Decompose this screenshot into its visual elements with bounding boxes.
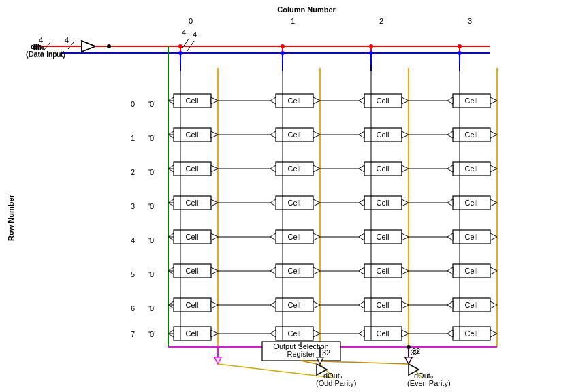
column-number-title: Column Number [277, 5, 336, 14]
svg-marker-102 [490, 199, 497, 206]
num32-label-1: 32 [322, 348, 330, 357]
svg-marker-124 [270, 267, 276, 274]
cell-2-1: Cell [288, 165, 301, 173]
svg-marker-136 [447, 131, 453, 138]
cell-6-1: Cell [288, 301, 301, 309]
svg-marker-126 [270, 330, 276, 337]
cell-7-1: Cell [288, 329, 301, 338]
svg-marker-92 [402, 301, 409, 308]
row-0-label: 0 [131, 100, 135, 108]
cell-0-2: Cell [377, 97, 390, 105]
svg-marker-135 [447, 97, 453, 104]
val-4-0: '0' [148, 236, 155, 244]
cell-4-1: Cell [288, 233, 301, 241]
svg-marker-106 [490, 267, 497, 274]
svg-marker-140 [447, 267, 453, 274]
svg-marker-141 [447, 301, 453, 308]
svg-point-7 [369, 44, 373, 48]
col-0-label: 0 [189, 17, 193, 25]
odd-parity-label: (Odd Parity) [316, 379, 356, 387]
din-subtext: (Data Input) [26, 50, 65, 59]
cell-1-1: Cell [288, 131, 301, 139]
svg-marker-128 [359, 131, 364, 138]
cell-0-3: Cell [465, 97, 478, 105]
svg-marker-142 [447, 330, 453, 337]
svg-marker-58 [211, 267, 218, 274]
cell-2-2: Cell [377, 165, 390, 173]
cell-5-2: Cell [377, 267, 390, 275]
svg-marker-121 [270, 165, 276, 172]
cell-7-3: Cell [465, 329, 478, 338]
svg-marker-137 [447, 165, 453, 172]
row-5-label: 5 [131, 270, 135, 278]
svg-marker-50 [211, 131, 218, 138]
cell-1-3: Cell [465, 131, 478, 139]
row-6-label: 6 [131, 304, 135, 312]
svg-marker-78 [313, 330, 320, 337]
cell-1-0: Cell [186, 131, 199, 139]
svg-marker-133 [359, 301, 364, 308]
svg-marker-84 [402, 165, 409, 172]
val-6-0: '0' [148, 304, 155, 312]
svg-marker-74 [313, 267, 320, 274]
col-2-label: 2 [379, 17, 383, 25]
col-1-label: 1 [291, 17, 295, 25]
col-3-label: 3 [468, 17, 472, 25]
svg-marker-100 [490, 165, 497, 172]
row-7-label: 7 [131, 330, 135, 338]
cell-0-0: Cell [186, 97, 199, 105]
row-4-label: 4 [131, 236, 135, 244]
svg-marker-120 [270, 131, 276, 138]
svg-marker-94 [402, 330, 409, 337]
cell-0-1: Cell [288, 97, 301, 105]
four-label-1: 4 [65, 36, 69, 44]
row-1-label: 1 [131, 134, 135, 142]
cell-5-3: Cell [465, 267, 478, 275]
svg-marker-76 [313, 301, 320, 308]
svg-marker-82 [402, 131, 409, 138]
cell-7-0: Cell [186, 329, 199, 338]
svg-point-5 [178, 44, 182, 48]
svg-marker-132 [359, 267, 364, 274]
cell-4-0: Cell [186, 233, 199, 241]
cell-4-3: Cell [465, 233, 478, 241]
svg-marker-66 [313, 131, 320, 138]
num32-label-2: 32 [411, 348, 419, 357]
output-selection-register-label-2: Register [287, 350, 315, 358]
svg-point-14 [178, 51, 182, 55]
svg-marker-48 [211, 97, 218, 104]
four-label-2: 4 [193, 31, 197, 39]
svg-marker-131 [359, 233, 364, 240]
cell-5-1: Cell [288, 267, 301, 275]
cell-2-0: Cell [186, 165, 199, 173]
cell-4-2: Cell [377, 233, 390, 241]
svg-marker-86 [402, 199, 409, 206]
svg-point-15 [281, 51, 285, 55]
val-5-0: '0' [148, 270, 155, 278]
svg-marker-134 [359, 330, 364, 337]
svg-marker-139 [447, 233, 453, 240]
cell-3-2: Cell [377, 199, 390, 207]
svg-marker-34 [214, 357, 221, 364]
svg-marker-130 [359, 199, 364, 206]
svg-marker-64 [313, 97, 320, 104]
svg-marker-80 [402, 97, 409, 104]
cell-3-0: Cell [186, 199, 199, 207]
row-number-label: Row Number [7, 194, 15, 241]
cell-6-2: Cell [377, 301, 390, 309]
svg-marker-104 [490, 233, 497, 240]
svg-point-16 [369, 51, 373, 55]
svg-marker-129 [359, 165, 364, 172]
svg-marker-62 [211, 330, 218, 337]
svg-marker-54 [211, 199, 218, 206]
svg-point-190 [107, 44, 111, 48]
svg-marker-56 [211, 233, 218, 240]
svg-marker-122 [270, 199, 276, 206]
svg-marker-52 [211, 165, 218, 172]
svg-marker-90 [402, 267, 409, 274]
cell-7-2: Cell [377, 329, 390, 338]
cell-1-2: Cell [377, 131, 390, 139]
svg-marker-98 [490, 131, 497, 138]
svg-marker-138 [447, 199, 453, 206]
svg-point-6 [281, 44, 285, 48]
